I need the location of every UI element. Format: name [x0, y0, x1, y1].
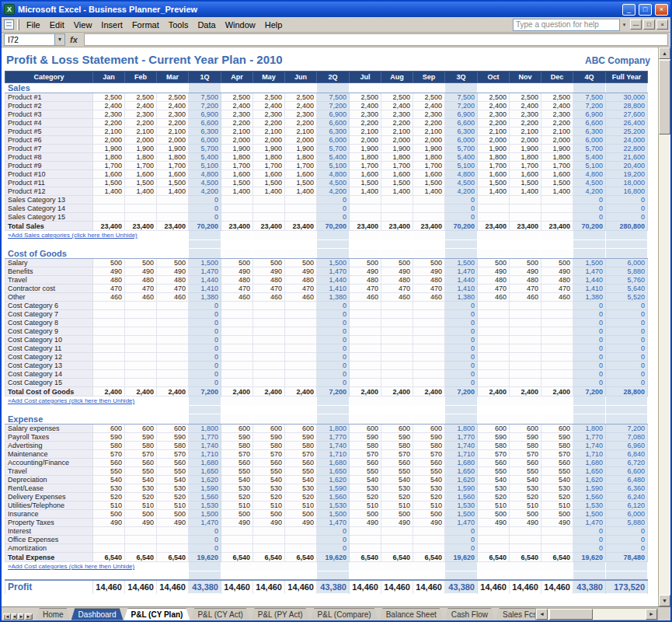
value-cell[interactable]: 460: [93, 293, 125, 302]
value-cell[interactable]: 560: [93, 459, 125, 467]
value-cell[interactable]: 2,400: [381, 387, 413, 397]
value-cell[interactable]: 25,200: [606, 128, 648, 136]
value-cell[interactable]: 0: [606, 327, 648, 336]
value-cell[interactable]: 1,530: [317, 501, 350, 510]
value-cell[interactable]: 2,000: [510, 136, 541, 145]
value-cell[interactable]: 530: [478, 484, 510, 493]
value-cell[interactable]: [510, 302, 541, 310]
value-cell[interactable]: 19,620: [189, 553, 221, 562]
value-cell[interactable]: 4,800: [317, 170, 350, 179]
menu-view[interactable]: View: [69, 19, 97, 31]
value-cell[interactable]: 480: [93, 276, 125, 285]
value-cell[interactable]: 1,400: [413, 187, 445, 196]
value-cell[interactable]: 1,400: [381, 187, 413, 196]
empty-cell[interactable]: [221, 83, 253, 93]
col-header-full-year[interactable]: Full Year: [606, 72, 648, 83]
value-cell[interactable]: 0: [189, 527, 221, 536]
value-cell[interactable]: 1,800: [445, 425, 478, 433]
value-cell[interactable]: 2,200: [478, 119, 510, 128]
value-cell[interactable]: 0: [189, 319, 221, 327]
value-cell[interactable]: 21,600: [606, 153, 648, 162]
value-cell[interactable]: 1,600: [413, 170, 445, 179]
row-label-other[interactable]: Other: [5, 293, 93, 302]
value-cell[interactable]: 2,000: [157, 136, 189, 145]
value-cell[interactable]: [541, 362, 573, 370]
empty-cell[interactable]: [606, 240, 648, 249]
add-categories-link-sales[interactable]: »Add Sales categories (click here then U…: [8, 232, 138, 239]
value-cell[interactable]: 0: [317, 336, 350, 344]
value-cell[interactable]: [93, 527, 125, 536]
value-cell[interactable]: 1,470: [317, 519, 350, 527]
value-cell[interactable]: [253, 302, 285, 310]
value-cell[interactable]: 570: [125, 450, 157, 459]
value-cell[interactable]: 540: [413, 476, 445, 484]
value-cell[interactable]: 1,800: [573, 425, 606, 433]
value-cell[interactable]: 7,200: [606, 425, 648, 433]
row-label-contractor-cost[interactable]: Contractor cost: [5, 285, 93, 293]
value-cell[interactable]: 1,400: [157, 187, 189, 196]
value-cell[interactable]: [381, 379, 413, 387]
value-cell[interactable]: 1,500: [125, 179, 157, 187]
value-cell[interactable]: 1,740: [189, 442, 221, 450]
value-cell[interactable]: 7,500: [445, 93, 478, 102]
value-cell[interactable]: [413, 370, 445, 379]
value-cell[interactable]: 1,560: [573, 493, 606, 501]
empty-cell[interactable]: [445, 240, 478, 249]
value-cell[interactable]: 1,800: [381, 153, 413, 162]
value-cell[interactable]: 460: [125, 293, 157, 302]
value-cell[interactable]: 0: [445, 379, 478, 387]
value-cell[interactable]: 600: [93, 425, 125, 433]
value-cell[interactable]: 7,200: [573, 102, 606, 110]
value-cell[interactable]: 0: [189, 362, 221, 370]
value-cell[interactable]: 1,710: [189, 450, 221, 459]
empty-cell[interactable]: [253, 240, 285, 249]
value-cell[interactable]: 2,000: [413, 136, 445, 145]
value-cell[interactable]: [541, 213, 573, 222]
workbook-close-button[interactable]: ×: [656, 19, 668, 30]
value-cell[interactable]: 2,200: [253, 119, 285, 128]
value-cell[interactable]: 0: [445, 527, 478, 536]
value-cell[interactable]: 550: [221, 467, 253, 476]
help-dropdown-icon[interactable]: ▾: [620, 22, 628, 28]
empty-cell[interactable]: [541, 406, 573, 414]
empty-cell[interactable]: [413, 83, 445, 93]
value-cell[interactable]: 23,400: [413, 222, 445, 231]
empty-cell[interactable]: [157, 240, 189, 249]
empty-cell[interactable]: [317, 414, 350, 425]
value-cell[interactable]: [413, 213, 445, 222]
empty-cell[interactable]: [606, 406, 648, 414]
empty-cell[interactable]: [221, 406, 253, 414]
value-cell[interactable]: 490: [221, 267, 253, 276]
menu-help[interactable]: Help: [260, 19, 287, 31]
value-cell[interactable]: 2,400: [541, 102, 573, 110]
value-cell[interactable]: [221, 370, 253, 379]
empty-cell[interactable]: [253, 397, 285, 406]
value-cell[interactable]: [221, 344, 253, 353]
value-cell[interactable]: 2,000: [253, 136, 285, 145]
col-header-1q[interactable]: 1Q: [189, 72, 221, 83]
value-cell[interactable]: [510, 536, 541, 544]
value-cell[interactable]: 2,300: [253, 110, 285, 119]
value-cell[interactable]: 480: [478, 276, 510, 285]
value-cell[interactable]: 2,100: [510, 128, 541, 136]
value-cell[interactable]: 1,710: [317, 450, 350, 459]
value-cell[interactable]: [510, 344, 541, 353]
value-cell[interactable]: 0: [573, 379, 606, 387]
empty-cell[interactable]: [573, 414, 606, 425]
value-cell[interactable]: 1,500: [541, 179, 573, 187]
empty-cell[interactable]: [5, 406, 93, 414]
value-cell[interactable]: 78,480: [606, 553, 648, 562]
value-cell[interactable]: 2,400: [125, 387, 157, 397]
value-cell[interactable]: 2,000: [125, 136, 157, 145]
value-cell[interactable]: [510, 319, 541, 327]
value-cell[interactable]: 0: [189, 310, 221, 319]
value-cell[interactable]: 490: [478, 519, 510, 527]
value-cell[interactable]: [541, 336, 573, 344]
value-cell[interactable]: 1,770: [189, 433, 221, 442]
value-cell[interactable]: 470: [285, 285, 317, 293]
value-cell[interactable]: [541, 353, 573, 362]
scroll-up-icon[interactable]: ▲: [659, 47, 670, 59]
empty-cell[interactable]: [381, 83, 413, 93]
value-cell[interactable]: 0: [606, 353, 648, 362]
value-cell[interactable]: 1,600: [93, 170, 125, 179]
